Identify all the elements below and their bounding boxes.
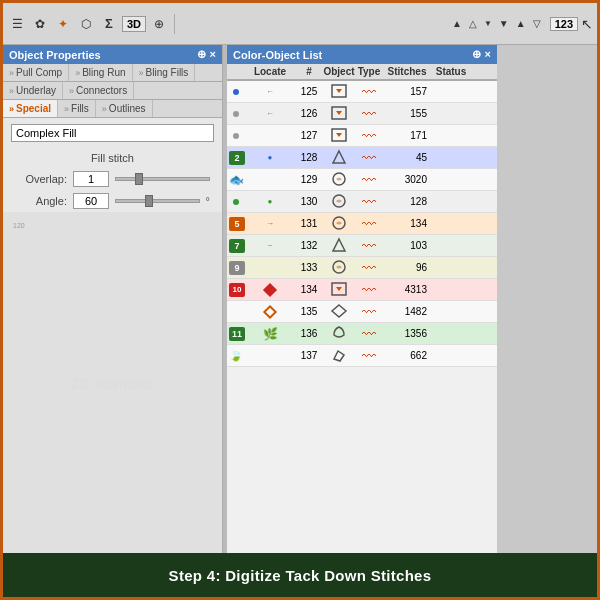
row-obj-icon	[323, 303, 355, 321]
nav-up-filled[interactable]: ▲	[450, 18, 464, 29]
row-stitch-icon: 〰	[355, 348, 383, 364]
fish-icon: 🐟	[229, 173, 244, 187]
tab-fills[interactable]: Fills	[58, 100, 96, 117]
table-row[interactable]: 7 ~ 132 〰 103	[227, 235, 497, 257]
angle-unit: °	[206, 195, 210, 207]
menu-icon[interactable]: ☰	[7, 14, 27, 34]
circle-icon[interactable]: ⊕	[149, 14, 169, 34]
row-num: 137	[295, 350, 323, 361]
obj-props-header-icons: ⊕ ×	[197, 48, 216, 61]
row-stitches: 171	[383, 130, 431, 141]
letter-icon[interactable]: Σ	[99, 14, 119, 34]
tab-pull-comp[interactable]: Pull Comp	[3, 64, 69, 81]
tilde-marker: ~	[268, 241, 273, 250]
flower-icon[interactable]: ✿	[30, 14, 50, 34]
nav-down-small[interactable]: ▼	[482, 19, 494, 28]
tab-connectors[interactable]: Connectors	[63, 82, 134, 99]
row-stitches: 662	[383, 350, 431, 361]
hex-icon[interactable]: ⬡	[76, 14, 96, 34]
overlap-label: Overlap:	[15, 173, 67, 185]
col-title: Color-Object List	[233, 49, 322, 61]
arrow-marker: ←	[266, 109, 274, 118]
row-obj-icon	[323, 259, 355, 277]
overlap-row: Overlap:	[3, 168, 222, 190]
row-stitch-icon: 〰	[355, 194, 383, 210]
table-row[interactable]: 9 133 〰 96	[227, 257, 497, 279]
tab-outlines[interactable]: Outlines	[96, 100, 153, 117]
tab-bling-run[interactable]: Bling Run	[69, 64, 132, 81]
dot-marker	[233, 111, 239, 117]
row-stitches: 45	[383, 152, 431, 163]
dot-locate: ●	[268, 153, 273, 162]
arrow-right: →	[266, 219, 274, 228]
row-obj-icon	[323, 83, 355, 101]
row-stitches: 96	[383, 262, 431, 273]
table-row[interactable]: 127 〰 171	[227, 125, 497, 147]
app-frame: ☰ ✿ ✦ ⬡ Σ 3D ⊕ ▲ △ ▼ ▼ ▲ ▽ 123 ↖ Object …	[0, 0, 600, 600]
tab-special[interactable]: Special	[3, 100, 58, 117]
table-row[interactable]: 🍃 137 〰 662	[227, 345, 497, 367]
leaf-icon: 🌿	[263, 327, 278, 341]
nav-count: 123	[550, 17, 578, 31]
row-stitch-icon: 〰	[355, 106, 383, 122]
col-rows: ← 125 〰 157 ←	[227, 81, 497, 553]
dot-filled: ●	[268, 197, 273, 206]
diamond-outline	[263, 304, 277, 318]
3d-button[interactable]: 3D	[122, 16, 146, 32]
row-obj-icon	[323, 105, 355, 123]
col-th-locate: Locate	[245, 66, 295, 77]
nav-down-outline[interactable]: ▽	[531, 18, 543, 29]
angle-slider[interactable]	[115, 195, 200, 207]
table-row[interactable]: ● 130 〰 128	[227, 191, 497, 213]
row-stitch-icon: 〰	[355, 172, 383, 188]
group-marker: 10	[229, 283, 245, 297]
col-th-object: Object	[323, 66, 355, 77]
row-num: 126	[295, 108, 323, 119]
main-content: Object Properties ⊕ × Pull Comp Bling Ru…	[3, 45, 597, 553]
col-th-status: Status	[431, 66, 471, 77]
nav-up-small2[interactable]: ▲	[514, 18, 528, 29]
table-row[interactable]: 2 ● 128 〰 45	[227, 147, 497, 169]
table-row[interactable]: 🐟 129 〰 3020	[227, 169, 497, 191]
table-row[interactable]: ← 125 〰 157	[227, 81, 497, 103]
table-row[interactable]: 10 134 〰 4313	[227, 279, 497, 301]
nav-up-outline[interactable]: △	[467, 18, 479, 29]
nav-down-filled-lg[interactable]: ▼	[497, 18, 511, 29]
dot-marker	[233, 199, 239, 205]
obj-props-pin[interactable]: ⊕	[197, 48, 206, 61]
row-num: 128	[295, 152, 323, 163]
tab-underlay[interactable]: Underlay	[3, 82, 63, 99]
row-obj-icon	[323, 237, 355, 255]
col-close[interactable]: ×	[485, 48, 491, 61]
row-num: 130	[295, 196, 323, 207]
star-icon[interactable]: ✦	[53, 14, 73, 34]
row-obj-icon	[323, 215, 355, 233]
table-row[interactable]: 5 → 131 〰 134	[227, 213, 497, 235]
obj-props-header: Object Properties ⊕ ×	[3, 45, 222, 64]
row-stitches: 103	[383, 240, 431, 251]
tab-bling-fills[interactable]: Bling Fills	[133, 64, 196, 81]
angle-input[interactable]	[73, 193, 109, 209]
angle-row: Angle: °	[3, 190, 222, 212]
table-row[interactable]: 11 🌿 136 〰 1356	[227, 323, 497, 345]
table-row[interactable]: ← 126 〰 155	[227, 103, 497, 125]
group-marker: 11	[229, 327, 245, 341]
row-stitch-icon: 〰	[355, 282, 383, 298]
color-obj-list-panel: Color-Object List ⊕ × Locate # Object Ty…	[227, 45, 497, 553]
complex-fill-select[interactable]: Complex Fill	[11, 124, 214, 142]
col-table-header: Locate # Object Type Stitches Status	[227, 64, 497, 81]
tab-row-1: Pull Comp Bling Run Bling Fills	[3, 64, 222, 82]
row-stitches: 4313	[383, 284, 431, 295]
diamond-red	[263, 282, 277, 296]
col-pin[interactable]: ⊕	[472, 48, 481, 61]
col-header: Color-Object List ⊕ ×	[227, 45, 497, 64]
overlap-slider[interactable]	[115, 173, 210, 185]
overlap-input[interactable]	[73, 171, 109, 187]
arrow-left: ←	[266, 87, 274, 96]
col-th-num: #	[295, 66, 323, 77]
table-row[interactable]: 135 〰 1482	[227, 301, 497, 323]
toolbar: ☰ ✿ ✦ ⬡ Σ 3D ⊕ ▲ △ ▼ ▼ ▲ ▽ 123 ↖	[3, 3, 597, 45]
obj-props-close[interactable]: ×	[210, 48, 216, 61]
group-marker: 5	[229, 217, 245, 231]
row-num: 125	[295, 86, 323, 97]
